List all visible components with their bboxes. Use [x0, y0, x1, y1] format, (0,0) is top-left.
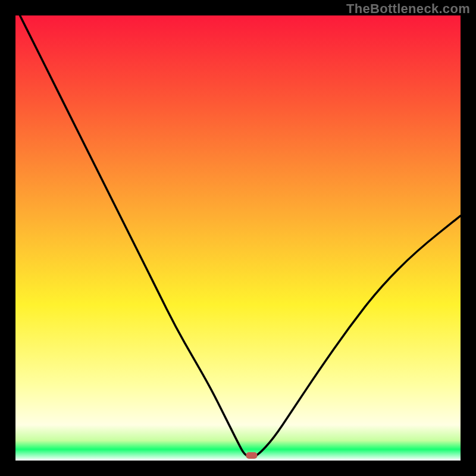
watermark-text: TheBottleneck.com	[346, 1, 470, 17]
optimal-point-marker	[246, 452, 257, 459]
chart-background	[15, 15, 461, 461]
chart-stage: TheBottleneck.com	[0, 0, 476, 476]
bottleneck-chart	[0, 0, 476, 476]
